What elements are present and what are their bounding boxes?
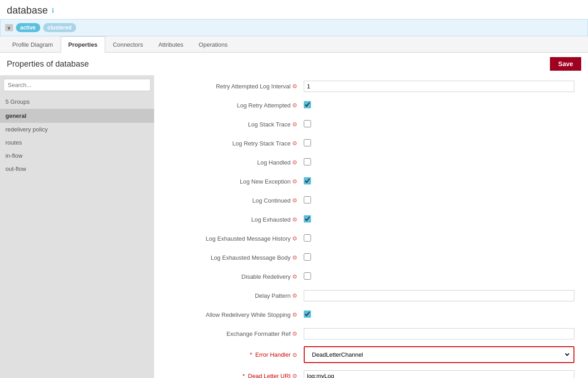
help-icon-log-retry-stack-trace[interactable]: ⊙ bbox=[292, 140, 297, 146]
help-icon-log-continued[interactable]: ⊙ bbox=[292, 197, 297, 204]
control-log-exhausted-message-body bbox=[304, 253, 574, 262]
tag-active: active bbox=[16, 23, 40, 32]
sidebar-search-container bbox=[0, 75, 154, 95]
form-row-disable-redelivery: Disable Redelivery ⊙ bbox=[168, 270, 574, 283]
checkbox-log-stack-trace[interactable] bbox=[304, 120, 311, 127]
form-row-allow-redelivery-while-stopping: Allow Redelivery While Stopping ⊙ bbox=[168, 308, 574, 321]
main-layout: 5 Groups general redelivery policy route… bbox=[0, 75, 588, 378]
help-icon-log-exhausted[interactable]: ⊙ bbox=[292, 216, 297, 223]
checkbox-log-exhausted[interactable] bbox=[304, 215, 311, 223]
control-retry-attempted-log-interval bbox=[304, 81, 574, 92]
tabs: Profile Diagram Properties Connectors At… bbox=[0, 36, 588, 53]
select-error-handler[interactable]: DeadLetterChannel DefaultErrorHandler No… bbox=[307, 349, 571, 360]
label-log-continued: Log Continued ⊙ bbox=[168, 197, 304, 204]
form-row-log-exhausted-message-body: Log Exhausted Message Body ⊙ bbox=[168, 251, 574, 264]
help-icon-error-handler[interactable]: ⊙ bbox=[292, 352, 297, 358]
help-icon-retry-attempted-log-interval[interactable]: ⊙ bbox=[292, 83, 297, 89]
control-log-retry-attempted bbox=[304, 101, 574, 110]
label-log-exhausted-message-history: Log Exhausted Message History ⊙ bbox=[168, 235, 304, 242]
help-icon-dead-letter-uri[interactable]: ⊙ bbox=[292, 373, 297, 378]
label-delay-pattern: Delay Pattern ⊙ bbox=[168, 292, 304, 299]
label-disable-redelivery: Disable Redelivery ⊙ bbox=[168, 273, 304, 280]
control-disable-redelivery bbox=[304, 272, 574, 281]
label-exchange-formatter-ref: Exchange Formatter Ref ⊙ bbox=[168, 330, 304, 337]
label-allow-redelivery-while-stopping: Allow Redelivery While Stopping ⊙ bbox=[168, 311, 304, 318]
tag-chevron[interactable]: v bbox=[5, 24, 13, 31]
tab-connectors[interactable]: Connectors bbox=[105, 36, 151, 53]
form-row-retry-attempted-log-interval: Retry Attempted Log Interval ⊙ bbox=[168, 80, 574, 92]
form-row-log-new-exception: Log New Exception ⊙ bbox=[168, 175, 574, 188]
checkbox-log-continued[interactable] bbox=[304, 196, 311, 204]
label-dead-letter-uri: * Dead Letter URI ⊙ bbox=[168, 373, 304, 378]
control-log-exhausted-message-history bbox=[304, 234, 574, 243]
label-log-handled: Log Handled ⊙ bbox=[168, 159, 304, 166]
help-icon-disable-redelivery[interactable]: ⊙ bbox=[292, 273, 297, 280]
info-icon[interactable]: ℹ bbox=[52, 7, 54, 14]
sidebar-item-out-flow[interactable]: out-flow bbox=[0, 162, 154, 175]
input-retry-attempted-log-interval[interactable] bbox=[304, 81, 574, 92]
label-error-handler: * Error Handler ⊙ bbox=[168, 351, 304, 358]
control-log-new-exception bbox=[304, 177, 574, 186]
input-exchange-formatter-ref[interactable] bbox=[304, 328, 574, 339]
label-log-retry-stack-trace: Log Retry Stack Trace ⊙ bbox=[168, 140, 304, 147]
input-dead-letter-uri[interactable] bbox=[304, 370, 574, 378]
required-star-error-handler: * bbox=[250, 351, 252, 358]
checkbox-allow-redelivery-while-stopping[interactable] bbox=[304, 310, 311, 318]
help-icon-log-retry-attempted[interactable]: ⊙ bbox=[292, 102, 297, 108]
control-exchange-formatter-ref bbox=[304, 328, 574, 339]
sidebar-item-routes[interactable]: routes bbox=[0, 136, 154, 149]
checkbox-log-exhausted-message-body[interactable] bbox=[304, 253, 311, 261]
label-log-stack-trace: Log Stack Trace ⊙ bbox=[168, 121, 304, 128]
control-delay-pattern bbox=[304, 290, 574, 301]
tab-attributes[interactable]: Attributes bbox=[151, 36, 191, 53]
label-log-exhausted-message-body: Log Exhausted Message Body ⊙ bbox=[168, 254, 304, 261]
checkbox-log-exhausted-message-history[interactable] bbox=[304, 234, 311, 242]
help-icon-log-new-exception[interactable]: ⊙ bbox=[292, 178, 297, 184]
help-icon-allow-redelivery-while-stopping[interactable]: ⊙ bbox=[292, 311, 297, 318]
tab-profile-diagram[interactable]: Profile Diagram bbox=[5, 36, 61, 53]
label-retry-attempted-log-interval: Retry Attempted Log Interval ⊙ bbox=[168, 83, 304, 90]
help-icon-exchange-formatter-ref[interactable]: ⊙ bbox=[292, 330, 297, 337]
sidebar-item-redelivery-policy[interactable]: redelivery policy bbox=[0, 123, 154, 136]
input-delay-pattern[interactable] bbox=[304, 290, 574, 301]
help-icon-log-exhausted-message-history[interactable]: ⊙ bbox=[292, 235, 297, 242]
page-title: Properties of database bbox=[7, 59, 89, 69]
search-input[interactable] bbox=[4, 79, 151, 91]
form-row-log-exhausted-message-history: Log Exhausted Message History ⊙ bbox=[168, 232, 574, 245]
tab-properties[interactable]: Properties bbox=[61, 36, 105, 53]
control-dead-letter-uri bbox=[304, 370, 574, 378]
form-row-log-handled: Log Handled ⊙ bbox=[168, 156, 574, 169]
form-row-log-exhausted: Log Exhausted ⊙ bbox=[168, 213, 574, 226]
help-icon-log-stack-trace[interactable]: ⊙ bbox=[292, 121, 297, 127]
form-row-log-retry-attempted: Log Retry Attempted ⊙ bbox=[168, 99, 574, 111]
app-title: database bbox=[7, 5, 48, 16]
app-header: database ℹ bbox=[0, 0, 588, 19]
checkbox-log-retry-stack-trace[interactable] bbox=[304, 139, 311, 146]
sidebar-item-general[interactable]: general bbox=[0, 109, 154, 123]
control-log-retry-stack-trace bbox=[304, 139, 574, 148]
tag-bar: v active clustered bbox=[0, 19, 588, 36]
form-row-log-continued: Log Continued ⊙ bbox=[168, 194, 574, 207]
control-log-handled bbox=[304, 158, 574, 167]
label-log-retry-attempted: Log Retry Attempted ⊙ bbox=[168, 102, 304, 109]
checkbox-log-retry-attempted[interactable] bbox=[304, 101, 311, 108]
control-log-exhausted bbox=[304, 215, 574, 224]
sidebar-groups-count: 5 Groups bbox=[0, 95, 154, 109]
help-icon-log-handled[interactable]: ⊙ bbox=[292, 159, 297, 165]
form-row-delay-pattern: Delay Pattern ⊙ bbox=[168, 289, 574, 302]
control-log-continued bbox=[304, 196, 574, 205]
form-row-log-stack-trace: Log Stack Trace ⊙ bbox=[168, 118, 574, 131]
checkbox-log-handled[interactable] bbox=[304, 158, 311, 165]
label-log-exhausted: Log Exhausted ⊙ bbox=[168, 216, 304, 223]
form-row-log-retry-stack-trace: Log Retry Stack Trace ⊙ bbox=[168, 137, 574, 150]
label-log-new-exception: Log New Exception ⊙ bbox=[168, 178, 304, 185]
save-button[interactable]: Save bbox=[550, 57, 581, 71]
help-icon-delay-pattern[interactable]: ⊙ bbox=[292, 292, 297, 299]
checkbox-log-new-exception[interactable] bbox=[304, 177, 311, 184]
checkbox-disable-redelivery[interactable] bbox=[304, 272, 311, 280]
form-row-exchange-formatter-ref: Exchange Formatter Ref ⊙ bbox=[168, 327, 574, 340]
help-icon-log-exhausted-message-body[interactable]: ⊙ bbox=[292, 254, 297, 261]
sidebar-item-in-flow[interactable]: in-flow bbox=[0, 149, 154, 162]
form-row-error-handler: * Error Handler ⊙ DeadLetterChannel Defa… bbox=[168, 346, 574, 363]
tab-operations[interactable]: Operations bbox=[191, 36, 235, 53]
